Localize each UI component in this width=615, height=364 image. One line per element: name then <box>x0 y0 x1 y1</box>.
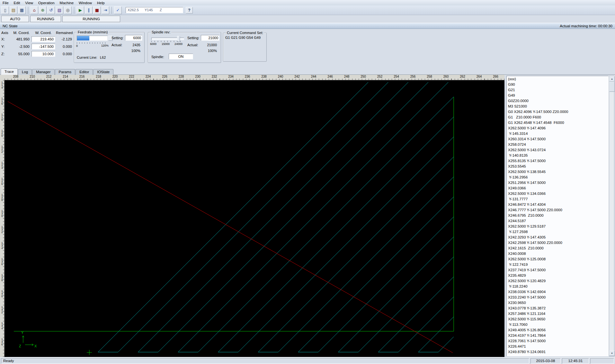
gcode-line: Y-131.7777 <box>508 196 608 202</box>
tab-editor[interactable]: Editor <box>76 69 93 75</box>
gcode-line: X262.5000 Y-120.4829 <box>508 278 608 284</box>
feedrate-actual-label: Actual: <box>111 43 122 47</box>
spindle-setting-field[interactable]: 21000 <box>201 35 219 41</box>
toolpath-hatch-line <box>158 82 428 352</box>
ruler-number: 244 <box>308 75 319 78</box>
start-button[interactable]: ▶ <box>76 6 84 14</box>
tab-trace[interactable]: Trace <box>1 68 18 75</box>
gcode-panel: AUTOMA... (xxx)G90G21G49G0Z20.0000M3 S21… <box>506 68 615 357</box>
ruler-number: 208 <box>11 75 21 78</box>
feedrate-scale-ticks <box>77 42 107 44</box>
tab-manager[interactable]: Manager <box>32 69 54 75</box>
ruler-number: 250 <box>358 75 369 78</box>
nc-state-bar: NC State Actual machining time: 00:00:30 <box>0 23 615 29</box>
toolpath-hatch-line <box>198 97 454 352</box>
spindle-actual-value: 21000 <box>198 43 217 47</box>
ruler-number: 228 <box>176 75 186 78</box>
spindle-setting-label: Setting: <box>187 36 199 40</box>
ruler-number: 254 <box>391 75 402 78</box>
gcode-line: X233.2240 Y-147.5000 <box>508 295 608 300</box>
menu-edit[interactable]: Edit <box>11 1 23 5</box>
ruler-number: 236 <box>242 75 253 78</box>
ruler-number: 266 <box>491 75 501 78</box>
gcode-line: Y-122.7419 <box>508 262 608 267</box>
feedrate-progress-fill <box>77 36 89 40</box>
feedrate-percent: 100% <box>122 49 140 53</box>
new-program-button[interactable]: ▯ <box>1 6 9 14</box>
gcode-line: Y-127.2598 <box>508 229 608 235</box>
horizontal-ruler-ticks <box>4 79 504 80</box>
menu-view[interactable]: View <box>22 1 36 5</box>
gcode-line: X260.3314 Y-147.5000 <box>508 136 608 142</box>
open-program-button[interactable]: ▤ <box>10 6 17 14</box>
ruler-number: 1 4 4 <box>0 322 4 330</box>
ruler-number: 260 <box>441 75 451 78</box>
scrollbar-thumb[interactable] <box>609 82 615 92</box>
gcode-line: G1 Z10.0000 F600 <box>508 115 608 120</box>
gcode-line: G0Z20.0000 <box>508 98 608 104</box>
simulate-button[interactable]: ▧ <box>56 6 63 14</box>
mode-indicator-auto[interactable]: AUTO <box>1 16 29 22</box>
gcode-line: X257.3486 Y-121.1164 <box>508 311 608 316</box>
help-button[interactable]: ? <box>186 7 193 13</box>
ruler-number: 226 <box>160 75 170 78</box>
gcode-line: M3 S21000 <box>508 104 608 109</box>
set-work-origin-button[interactable]: ⊕ <box>39 6 47 14</box>
toolpath-hatch-line <box>338 237 454 352</box>
ruler-number: 220 <box>110 75 120 78</box>
menu-operation[interactable]: Operation <box>36 1 57 5</box>
save-program-button[interactable]: ▦ <box>18 6 26 14</box>
toolbar-coordinate-readout: X262.5 Y145 Z <box>126 7 183 13</box>
resume-breakpoint-icon: ⇥ <box>104 8 107 12</box>
stop-button[interactable]: ■ <box>93 6 101 14</box>
set-work-origin-icon: ⊕ <box>41 8 45 12</box>
toolpath-hatch-line <box>298 197 454 352</box>
feedrate-scale-zero: 0 <box>76 44 78 48</box>
gcode-line: X249.8780 Y-124.0691 <box>508 349 608 355</box>
axis-label-y: Y: <box>1 45 10 48</box>
gcode-scrollbar[interactable]: ▲ ▼ <box>609 76 614 356</box>
spindle-state-label: Spindle: <box>151 55 164 59</box>
menu-machine[interactable]: Machine <box>57 1 76 5</box>
axis-x-label: X <box>34 344 37 348</box>
feedrate-panel: Feedrate (mm/min) 0 120% Setting: 6000 A… <box>74 32 145 63</box>
run-state-indicator-2: RUNNING <box>62 16 120 22</box>
remained-y: 0.000 <box>56 45 73 48</box>
handwheel-button[interactable]: ◎ <box>64 6 72 14</box>
toolpath-trace-svg: YZX <box>4 80 504 357</box>
tab-iostate[interactable]: IOState <box>93 69 113 75</box>
status-extra-cell <box>590 358 614 364</box>
back-to-machine-origin-button[interactable]: ⌂ <box>31 6 38 14</box>
menu-help[interactable]: Help <box>94 1 107 5</box>
menu-file[interactable]: File <box>0 1 11 5</box>
toolbar-separator <box>28 7 28 14</box>
ruler-number: 1 2 4 <box>0 161 4 169</box>
gcode-line: X240.0008 <box>508 251 608 256</box>
gcode-line: X258.0724 <box>508 142 608 147</box>
tab-params[interactable]: Params <box>55 69 76 75</box>
resume-breakpoint-button[interactable]: ⇥ <box>102 6 109 14</box>
ruler-number: 1 3 6 <box>0 258 4 265</box>
current-line-value: L62 <box>100 56 106 59</box>
scroll-down-arrow-icon[interactable]: ▼ <box>609 351 615 356</box>
gcode-line: G21 <box>508 87 608 93</box>
open-program-icon: ▤ <box>12 8 15 12</box>
spindle-percent: 100% <box>198 49 217 53</box>
gcode-line: X249.4005 Y-126.8056 <box>508 327 608 333</box>
gcode-line: G0 X262.4096 Y-147.5000 Z20.0000 <box>508 109 608 115</box>
feedrate-setting-field[interactable]: 6000 <box>125 35 142 41</box>
verify-button[interactable]: ✓ <box>114 6 122 14</box>
toolbar-separator <box>111 7 112 14</box>
pause-icon: ∥ <box>88 8 90 12</box>
axis-y-label: Y <box>21 331 24 334</box>
menu-window[interactable]: Window <box>76 1 94 5</box>
tab-log[interactable]: Log <box>18 69 32 75</box>
mode-bar: AUTO RUNNING RUNNING <box>1 16 120 22</box>
ruler-number: 232 <box>209 75 219 78</box>
scroll-up-arrow-icon[interactable]: ▲ <box>609 76 615 82</box>
pause-button[interactable]: ∥ <box>85 6 93 14</box>
ruler-number: 252 <box>375 75 385 78</box>
toolpath-trace-view[interactable]: YZX <box>4 80 504 357</box>
toolpath-hatch-line <box>438 337 454 352</box>
return-workpiece-origin-button[interactable]: ↺ <box>47 6 55 14</box>
